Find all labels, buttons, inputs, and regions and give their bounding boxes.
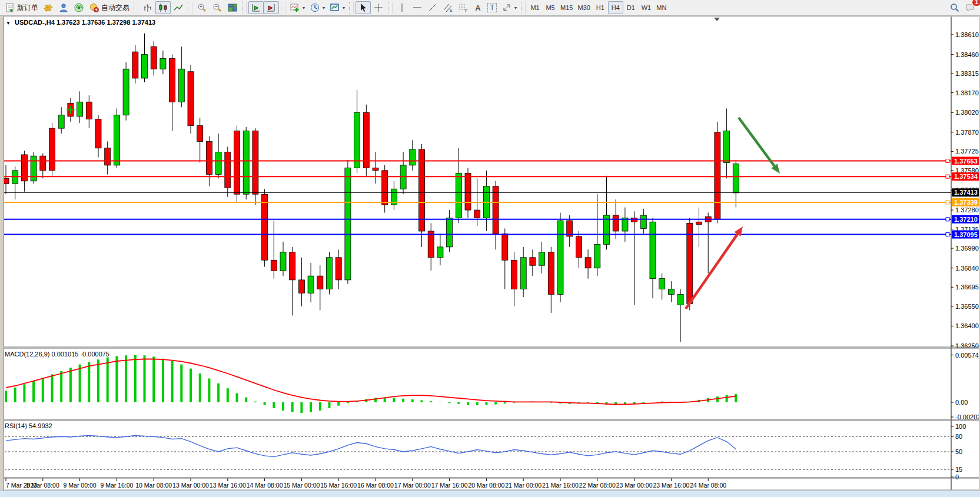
- signals-button[interactable]: [71, 1, 87, 14]
- periods-button[interactable]: ▾: [307, 1, 327, 14]
- svg-text:1.38020: 1.38020: [955, 109, 979, 116]
- separator: [349, 2, 354, 14]
- svg-text:1.36840: 1.36840: [955, 265, 979, 272]
- svg-text:1.37534: 1.37534: [954, 173, 978, 180]
- templates-button[interactable]: ▾: [327, 1, 347, 14]
- svg-text:0.005741: 0.005741: [955, 352, 980, 359]
- chart-shift-icon: [266, 2, 277, 13]
- timeframe-h1-button[interactable]: H1: [593, 1, 608, 14]
- svg-text:9 Mar 16:00: 9 Mar 16:00: [100, 482, 133, 489]
- svg-text:1.37653: 1.37653: [954, 158, 978, 165]
- svg-text:1.37339: 1.37339: [954, 199, 978, 206]
- svg-text:21 Mar 16:00: 21 Mar 16:00: [542, 482, 579, 489]
- person-icon: [58, 2, 69, 13]
- zoom-out-button[interactable]: [210, 1, 225, 14]
- crosshair-button[interactable]: [371, 1, 386, 14]
- auto-trading-label: 自动交易: [101, 3, 129, 13]
- macd-value: 0.001015: [51, 351, 78, 358]
- mt4-terminal: 1.386101.384601.383151.381701.380201.378…: [0, 0, 980, 497]
- tile-windows-button[interactable]: [225, 1, 240, 14]
- bar-chart-button[interactable]: [140, 1, 155, 14]
- macd-label: MACD(12,26,9) 0.001015 -0.000075: [5, 351, 109, 358]
- indicators-button[interactable]: ▾: [287, 1, 307, 14]
- expander-triangle-icon[interactable]: ▼: [6, 21, 11, 26]
- svg-text:16 Mar 08:00: 16 Mar 08:00: [357, 482, 394, 489]
- line-chart-icon: [173, 2, 184, 13]
- svg-text:15: 15: [955, 466, 962, 473]
- svg-text:1.37725: 1.37725: [955, 148, 979, 155]
- macd-name: MACD(12,26,9): [5, 351, 49, 358]
- chevron-down-icon: ▾: [303, 5, 305, 11]
- svg-text:0.00: 0.00: [955, 399, 968, 406]
- auto-trading-icon: [89, 2, 99, 13]
- separator: [281, 2, 285, 14]
- timeframe-h4-button[interactable]: H4: [608, 1, 623, 14]
- auto-scroll-icon: [251, 2, 261, 13]
- signal-icon: [74, 2, 84, 13]
- vertical-line-button[interactable]: [394, 1, 410, 14]
- search-button[interactable]: [947, 1, 962, 14]
- candlestick-chart-icon: [158, 2, 168, 13]
- svg-text:15 Mar 00:00: 15 Mar 00:00: [283, 482, 320, 489]
- separator: [188, 2, 192, 14]
- label-button[interactable]: T: [485, 1, 499, 14]
- new-order-button[interactable]: 新订单: [2, 1, 41, 14]
- timeframe-w1-button[interactable]: W1: [639, 1, 654, 14]
- text-button[interactable]: A: [471, 1, 485, 14]
- gold-ingot-button[interactable]: [41, 1, 56, 14]
- template-icon: [330, 2, 340, 13]
- svg-text:80: 80: [955, 433, 962, 440]
- svg-text:13 Mar 00:00: 13 Mar 00:00: [172, 482, 209, 489]
- auto-trading-button[interactable]: 自动交易: [87, 1, 132, 14]
- fibonacci-icon: F: [458, 2, 469, 13]
- zoom-out-icon: [212, 2, 222, 13]
- svg-text:20 Mar 08:00: 20 Mar 08:00: [468, 482, 504, 489]
- fibonacci-button[interactable]: F: [456, 1, 471, 14]
- svg-text:21 Mar 00:00: 21 Mar 00:00: [505, 482, 542, 489]
- window-left-edge: [0, 16, 4, 497]
- zoom-in-button[interactable]: [194, 1, 210, 14]
- svg-text:1.37210: 1.37210: [954, 216, 978, 223]
- svg-text:10 Mar 08:00: 10 Mar 08:00: [135, 482, 172, 489]
- chat-button[interactable]: 1: [962, 1, 978, 14]
- timeframe-mn-button[interactable]: MN: [654, 1, 669, 14]
- new-order-icon: [5, 2, 15, 13]
- separator: [242, 2, 247, 14]
- arrows-button[interactable]: ▾: [499, 1, 519, 14]
- svg-text:100: 100: [955, 423, 966, 430]
- candlestick-chart-button[interactable]: [155, 1, 171, 14]
- channel-button[interactable]: E: [440, 1, 456, 14]
- timeframe-m5-button[interactable]: M5: [543, 1, 558, 14]
- cursor-button[interactable]: [356, 1, 371, 14]
- svg-text:1.38170: 1.38170: [955, 89, 979, 96]
- chevron-down-icon: ▾: [323, 5, 325, 11]
- horizontal-line-button[interactable]: [410, 1, 425, 14]
- timeframe-d1-button[interactable]: D1: [623, 1, 639, 14]
- trendline-button[interactable]: [425, 1, 440, 14]
- rsi-label: RSI(14) 54.9932: [5, 422, 52, 429]
- timeframe-m15-button[interactable]: M15: [558, 1, 575, 14]
- text-tool-icon: A: [475, 4, 480, 12]
- svg-text:F: F: [465, 9, 467, 13]
- svg-text:17 Mar 00:00: 17 Mar 00:00: [394, 482, 431, 489]
- svg-text:1.38315: 1.38315: [955, 70, 979, 77]
- timeframe-m30-button[interactable]: M30: [575, 1, 592, 14]
- add-indicator-icon: [290, 2, 300, 13]
- vertical-line-icon: [397, 2, 407, 13]
- line-chart-button[interactable]: [171, 1, 186, 14]
- macd-signal-value: -0.000075: [80, 351, 109, 358]
- profile-button[interactable]: [56, 1, 71, 14]
- chart-canvas[interactable]: 1.386101.384601.383151.381701.380201.378…: [0, 0, 980, 497]
- chart-title: ▼ USDCAD-,H4 1.37623 1.37636 1.37298 1.3…: [6, 19, 155, 26]
- timeframe-m1-button[interactable]: M1: [527, 1, 543, 14]
- price-axis[interactable]: 1.386101.384601.383151.381701.380201.378…: [951, 16, 980, 490]
- symbol-period-label: USDCAD-,H4: [15, 19, 55, 26]
- gold-ingot-icon: [43, 2, 54, 13]
- zoom-in-icon: [197, 2, 207, 13]
- svg-text:23 Mar 16:00: 23 Mar 16:00: [653, 482, 689, 489]
- chart-shift-button[interactable]: [264, 1, 279, 14]
- svg-text:50: 50: [955, 448, 962, 455]
- svg-text:1.36990: 1.36990: [955, 245, 979, 252]
- open-value: 1.37623: [57, 19, 80, 26]
- auto-scroll-button[interactable]: [248, 1, 264, 14]
